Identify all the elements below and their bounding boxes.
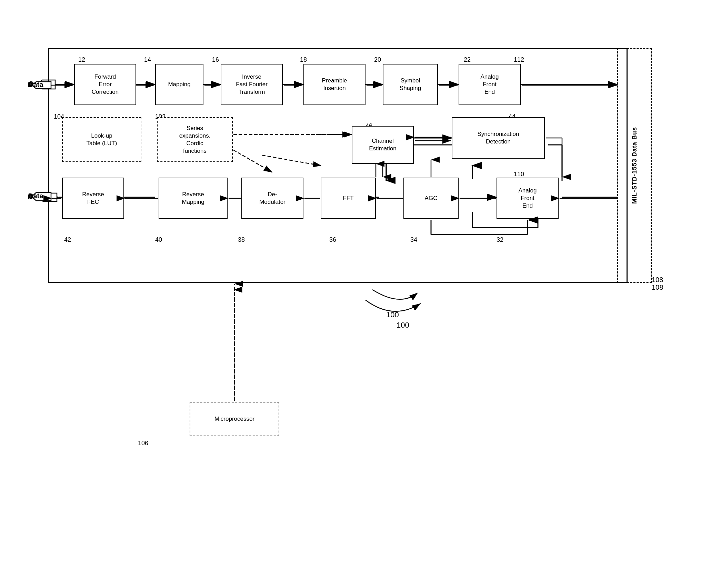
ref-100: 100: [386, 310, 399, 319]
ref-106: 106: [138, 440, 148, 447]
ref-22: 22: [464, 56, 471, 63]
ref-110: 110: [514, 171, 524, 178]
block-preamble: Preamble Insertion: [303, 64, 365, 105]
svg-text:108: 108: [652, 283, 663, 291]
block-demod: De- Modulator: [241, 178, 303, 219]
block-fft: FFT: [321, 178, 376, 219]
ref-112: 112: [514, 56, 524, 63]
block-agc: AGC: [403, 178, 459, 219]
ref-34: 34: [410, 236, 417, 243]
block-fec: Forward Error Correction: [74, 64, 136, 105]
data-in-text: Data: [28, 81, 42, 89]
block-rev-fec: Reverse FEC: [62, 178, 124, 219]
ref-32: 32: [497, 236, 503, 243]
block-symbol: Symbol Shaping: [383, 64, 438, 105]
mil-std-label: MIL-STD-1553 Data Bus: [631, 127, 638, 204]
data-out-text: Data: [28, 193, 42, 201]
ref-12: 12: [78, 56, 85, 63]
block-afe-top: Analog Front End: [459, 64, 521, 105]
ref-40: 40: [155, 236, 162, 243]
svg-text:100: 100: [397, 321, 409, 329]
block-channel: Channel Estimation: [352, 126, 414, 164]
ref-38: 38: [238, 236, 245, 243]
ref-36: 36: [329, 236, 336, 243]
block-lut: Look-up Table (LUT): [62, 117, 141, 162]
ref-108: 108: [652, 276, 663, 284]
ref-20: 20: [374, 56, 381, 63]
block-rev-map: Reverse Mapping: [159, 178, 228, 219]
mil-std-label-container: MIL-STD-1553 Data Bus: [617, 48, 652, 283]
ref-16: 16: [212, 56, 219, 63]
block-mapping: Mapping: [155, 64, 203, 105]
block-afe-bot: Analog Front End: [497, 178, 559, 219]
ref-18: 18: [300, 56, 307, 63]
block-series: Series expansions, Cordic functions: [157, 117, 233, 162]
ref-42: 42: [64, 236, 71, 243]
block-sync: Synchronization Detection: [452, 117, 545, 159]
block-micro: Microprocessor: [190, 402, 279, 436]
ref-14: 14: [144, 56, 151, 63]
block-ifft: Inverse Fast Fourier Transform: [221, 64, 283, 105]
